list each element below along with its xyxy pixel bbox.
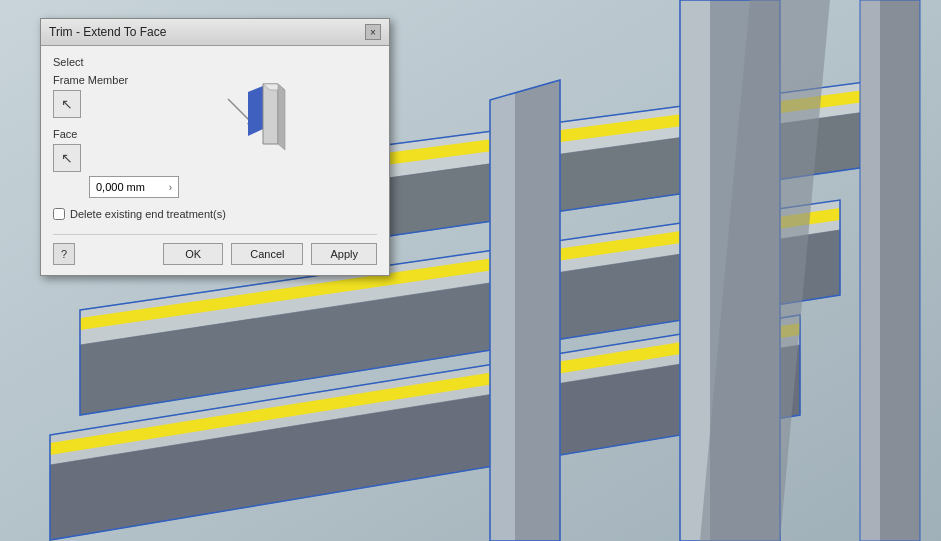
offset-row: 0,000 mm › — [89, 176, 377, 198]
face-group: Face ↖ — [53, 128, 128, 172]
select-section-label: Select — [53, 56, 377, 68]
svg-marker-24 — [248, 86, 263, 136]
preview-svg — [213, 74, 303, 164]
svg-marker-17 — [860, 0, 880, 541]
svg-marker-14 — [680, 0, 710, 541]
apply-button[interactable]: Apply — [311, 243, 377, 265]
cursor-icon: ↖ — [61, 96, 73, 112]
select-controls: Frame Member ↖ Face ↖ — [53, 74, 128, 172]
checkbox-row: Delete existing end treatment(s) — [53, 208, 377, 220]
help-label: ? — [61, 248, 67, 260]
dialog-buttons: ? OK Cancel Apply — [53, 234, 377, 265]
help-button[interactable]: ? — [53, 243, 75, 265]
ok-button[interactable]: OK — [163, 243, 223, 265]
close-button[interactable]: × — [365, 24, 381, 40]
dialog-titlebar: Trim - Extend To Face × — [41, 19, 389, 46]
frame-member-group: Frame Member ↖ — [53, 74, 128, 118]
cursor-icon-2: ↖ — [61, 150, 73, 166]
delete-checkbox[interactable] — [53, 208, 65, 220]
dialog-title: Trim - Extend To Face — [49, 25, 166, 39]
frame-member-label: Frame Member — [53, 74, 128, 86]
svg-marker-20 — [490, 93, 515, 541]
dialog-body: Select Frame Member ↖ Face ↖ — [41, 46, 389, 275]
cancel-button[interactable]: Cancel — [231, 243, 303, 265]
face-label: Face — [53, 128, 128, 140]
offset-input[interactable]: 0,000 mm › — [89, 176, 179, 198]
offset-value: 0,000 mm — [96, 181, 145, 193]
svg-marker-25 — [263, 84, 278, 144]
svg-marker-27 — [278, 84, 285, 150]
frame-member-button[interactable]: ↖ — [53, 90, 81, 118]
face-button[interactable]: ↖ — [53, 144, 81, 172]
offset-arrow: › — [169, 182, 172, 193]
select-group: Frame Member ↖ Face ↖ — [53, 74, 377, 172]
preview-area — [138, 74, 377, 164]
delete-checkbox-label[interactable]: Delete existing end treatment(s) — [70, 208, 226, 220]
trim-extend-dialog: Trim - Extend To Face × Select Frame Mem… — [40, 18, 390, 276]
